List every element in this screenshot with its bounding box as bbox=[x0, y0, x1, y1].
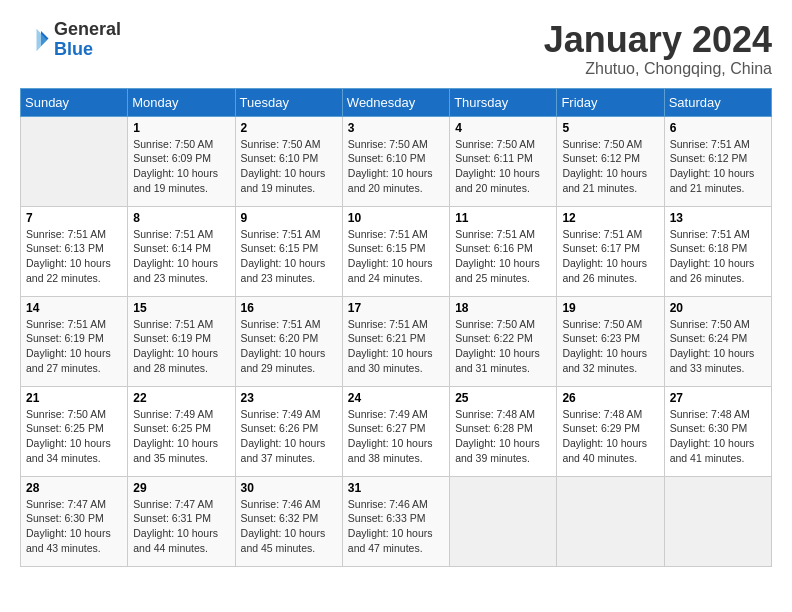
calendar-cell: 20Sunrise: 7:50 AMSunset: 6:24 PMDayligh… bbox=[664, 296, 771, 386]
day-info: Sunrise: 7:50 AMSunset: 6:12 PMDaylight:… bbox=[562, 137, 658, 196]
calendar-week-row: 7Sunrise: 7:51 AMSunset: 6:13 PMDaylight… bbox=[21, 206, 772, 296]
calendar-cell bbox=[664, 476, 771, 566]
day-info: Sunrise: 7:51 AMSunset: 6:15 PMDaylight:… bbox=[348, 227, 444, 286]
day-info: Sunrise: 7:49 AMSunset: 6:25 PMDaylight:… bbox=[133, 407, 229, 466]
calendar-cell: 24Sunrise: 7:49 AMSunset: 6:27 PMDayligh… bbox=[342, 386, 449, 476]
location: Zhutuo, Chongqing, China bbox=[544, 60, 772, 78]
day-number: 23 bbox=[241, 391, 337, 405]
calendar-cell: 28Sunrise: 7:47 AMSunset: 6:30 PMDayligh… bbox=[21, 476, 128, 566]
calendar-cell: 5Sunrise: 7:50 AMSunset: 6:12 PMDaylight… bbox=[557, 116, 664, 206]
day-number: 7 bbox=[26, 211, 122, 225]
day-info: Sunrise: 7:51 AMSunset: 6:16 PMDaylight:… bbox=[455, 227, 551, 286]
day-info: Sunrise: 7:51 AMSunset: 6:21 PMDaylight:… bbox=[348, 317, 444, 376]
day-number: 3 bbox=[348, 121, 444, 135]
header-row: SundayMondayTuesdayWednesdayThursdayFrid… bbox=[21, 88, 772, 116]
day-info: Sunrise: 7:51 AMSunset: 6:15 PMDaylight:… bbox=[241, 227, 337, 286]
day-info: Sunrise: 7:51 AMSunset: 6:18 PMDaylight:… bbox=[670, 227, 766, 286]
day-info: Sunrise: 7:50 AMSunset: 6:11 PMDaylight:… bbox=[455, 137, 551, 196]
calendar-cell: 30Sunrise: 7:46 AMSunset: 6:32 PMDayligh… bbox=[235, 476, 342, 566]
day-info: Sunrise: 7:51 AMSunset: 6:12 PMDaylight:… bbox=[670, 137, 766, 196]
day-number: 6 bbox=[670, 121, 766, 135]
calendar-cell: 10Sunrise: 7:51 AMSunset: 6:15 PMDayligh… bbox=[342, 206, 449, 296]
title-section: January 2024 Zhutuo, Chongqing, China bbox=[544, 20, 772, 78]
calendar-cell: 29Sunrise: 7:47 AMSunset: 6:31 PMDayligh… bbox=[128, 476, 235, 566]
day-number: 31 bbox=[348, 481, 444, 495]
calendar-cell: 26Sunrise: 7:48 AMSunset: 6:29 PMDayligh… bbox=[557, 386, 664, 476]
day-info: Sunrise: 7:50 AMSunset: 6:10 PMDaylight:… bbox=[348, 137, 444, 196]
calendar-cell: 3Sunrise: 7:50 AMSunset: 6:10 PMDaylight… bbox=[342, 116, 449, 206]
logo: General Blue bbox=[20, 20, 121, 60]
calendar-cell: 8Sunrise: 7:51 AMSunset: 6:14 PMDaylight… bbox=[128, 206, 235, 296]
calendar-cell: 23Sunrise: 7:49 AMSunset: 6:26 PMDayligh… bbox=[235, 386, 342, 476]
calendar-cell: 1Sunrise: 7:50 AMSunset: 6:09 PMDaylight… bbox=[128, 116, 235, 206]
day-number: 15 bbox=[133, 301, 229, 315]
calendar-cell: 19Sunrise: 7:50 AMSunset: 6:23 PMDayligh… bbox=[557, 296, 664, 386]
logo-icon bbox=[20, 25, 50, 55]
day-number: 26 bbox=[562, 391, 658, 405]
day-number: 24 bbox=[348, 391, 444, 405]
day-number: 9 bbox=[241, 211, 337, 225]
day-info: Sunrise: 7:48 AMSunset: 6:29 PMDaylight:… bbox=[562, 407, 658, 466]
day-info: Sunrise: 7:50 AMSunset: 6:25 PMDaylight:… bbox=[26, 407, 122, 466]
calendar-body: 1Sunrise: 7:50 AMSunset: 6:09 PMDaylight… bbox=[21, 116, 772, 566]
month-title: January 2024 bbox=[544, 20, 772, 60]
day-number: 8 bbox=[133, 211, 229, 225]
day-number: 19 bbox=[562, 301, 658, 315]
day-of-week-header: Saturday bbox=[664, 88, 771, 116]
day-info: Sunrise: 7:46 AMSunset: 6:32 PMDaylight:… bbox=[241, 497, 337, 556]
day-number: 14 bbox=[26, 301, 122, 315]
calendar-cell: 6Sunrise: 7:51 AMSunset: 6:12 PMDaylight… bbox=[664, 116, 771, 206]
day-number: 2 bbox=[241, 121, 337, 135]
calendar-cell: 18Sunrise: 7:50 AMSunset: 6:22 PMDayligh… bbox=[450, 296, 557, 386]
logo-general: General bbox=[54, 19, 121, 39]
day-info: Sunrise: 7:51 AMSunset: 6:17 PMDaylight:… bbox=[562, 227, 658, 286]
calendar-cell: 13Sunrise: 7:51 AMSunset: 6:18 PMDayligh… bbox=[664, 206, 771, 296]
calendar-cell: 9Sunrise: 7:51 AMSunset: 6:15 PMDaylight… bbox=[235, 206, 342, 296]
calendar-cell: 15Sunrise: 7:51 AMSunset: 6:19 PMDayligh… bbox=[128, 296, 235, 386]
day-info: Sunrise: 7:51 AMSunset: 6:19 PMDaylight:… bbox=[26, 317, 122, 376]
day-number: 27 bbox=[670, 391, 766, 405]
day-info: Sunrise: 7:51 AMSunset: 6:14 PMDaylight:… bbox=[133, 227, 229, 286]
calendar-cell: 14Sunrise: 7:51 AMSunset: 6:19 PMDayligh… bbox=[21, 296, 128, 386]
calendar-cell: 21Sunrise: 7:50 AMSunset: 6:25 PMDayligh… bbox=[21, 386, 128, 476]
day-number: 20 bbox=[670, 301, 766, 315]
day-number: 4 bbox=[455, 121, 551, 135]
logo-blue: Blue bbox=[54, 39, 93, 59]
day-of-week-header: Monday bbox=[128, 88, 235, 116]
day-info: Sunrise: 7:48 AMSunset: 6:30 PMDaylight:… bbox=[670, 407, 766, 466]
day-info: Sunrise: 7:50 AMSunset: 6:09 PMDaylight:… bbox=[133, 137, 229, 196]
day-number: 11 bbox=[455, 211, 551, 225]
calendar-week-row: 28Sunrise: 7:47 AMSunset: 6:30 PMDayligh… bbox=[21, 476, 772, 566]
day-of-week-header: Sunday bbox=[21, 88, 128, 116]
day-number: 17 bbox=[348, 301, 444, 315]
day-info: Sunrise: 7:50 AMSunset: 6:24 PMDaylight:… bbox=[670, 317, 766, 376]
calendar-week-row: 21Sunrise: 7:50 AMSunset: 6:25 PMDayligh… bbox=[21, 386, 772, 476]
calendar-cell bbox=[21, 116, 128, 206]
calendar-week-row: 14Sunrise: 7:51 AMSunset: 6:19 PMDayligh… bbox=[21, 296, 772, 386]
day-info: Sunrise: 7:49 AMSunset: 6:27 PMDaylight:… bbox=[348, 407, 444, 466]
day-number: 25 bbox=[455, 391, 551, 405]
calendar-cell: 4Sunrise: 7:50 AMSunset: 6:11 PMDaylight… bbox=[450, 116, 557, 206]
day-info: Sunrise: 7:46 AMSunset: 6:33 PMDaylight:… bbox=[348, 497, 444, 556]
calendar-cell: 7Sunrise: 7:51 AMSunset: 6:13 PMDaylight… bbox=[21, 206, 128, 296]
day-info: Sunrise: 7:50 AMSunset: 6:23 PMDaylight:… bbox=[562, 317, 658, 376]
calendar-cell bbox=[557, 476, 664, 566]
day-number: 5 bbox=[562, 121, 658, 135]
day-info: Sunrise: 7:51 AMSunset: 6:19 PMDaylight:… bbox=[133, 317, 229, 376]
day-number: 28 bbox=[26, 481, 122, 495]
day-number: 18 bbox=[455, 301, 551, 315]
day-number: 21 bbox=[26, 391, 122, 405]
calendar-cell: 12Sunrise: 7:51 AMSunset: 6:17 PMDayligh… bbox=[557, 206, 664, 296]
calendar-cell: 31Sunrise: 7:46 AMSunset: 6:33 PMDayligh… bbox=[342, 476, 449, 566]
calendar-week-row: 1Sunrise: 7:50 AMSunset: 6:09 PMDaylight… bbox=[21, 116, 772, 206]
calendar-cell: 27Sunrise: 7:48 AMSunset: 6:30 PMDayligh… bbox=[664, 386, 771, 476]
day-of-week-header: Tuesday bbox=[235, 88, 342, 116]
day-number: 29 bbox=[133, 481, 229, 495]
calendar-table: SundayMondayTuesdayWednesdayThursdayFrid… bbox=[20, 88, 772, 567]
calendar-cell: 17Sunrise: 7:51 AMSunset: 6:21 PMDayligh… bbox=[342, 296, 449, 386]
page-header: General Blue January 2024 Zhutuo, Chongq… bbox=[20, 20, 772, 78]
day-of-week-header: Friday bbox=[557, 88, 664, 116]
calendar-header: SundayMondayTuesdayWednesdayThursdayFrid… bbox=[21, 88, 772, 116]
day-number: 13 bbox=[670, 211, 766, 225]
day-info: Sunrise: 7:51 AMSunset: 6:13 PMDaylight:… bbox=[26, 227, 122, 286]
